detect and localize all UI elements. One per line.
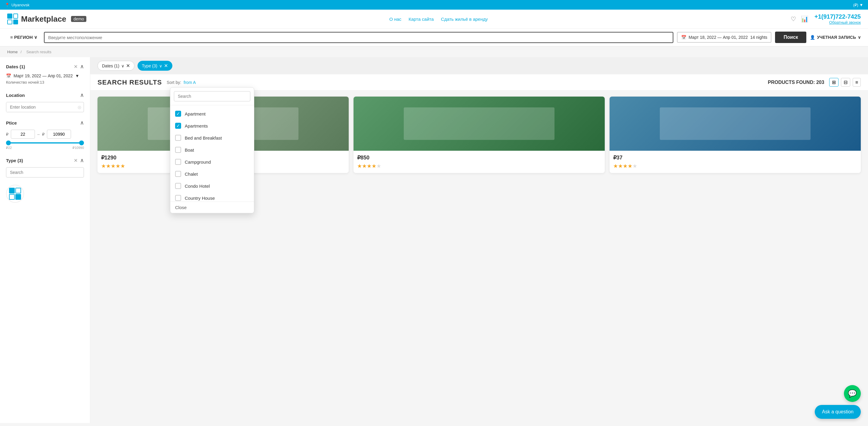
main-search-button[interactable]: Поиск — [775, 32, 806, 43]
search-bar: ≡ РЕГИОН ∨ 📅 Март 18, 2022 — Апр 01, 202… — [0, 29, 868, 47]
product-price-2: ₽850 — [357, 154, 601, 161]
dropdown-item-campground[interactable]: Campground — [170, 156, 254, 168]
logo-sq-1 — [7, 13, 12, 19]
dates-filter-title: Dates (1) — [6, 64, 25, 69]
label-apartments: Apartments — [185, 123, 208, 128]
top-bar-right[interactable]: (₽) ▼ — [853, 3, 863, 7]
dropdown-item-country[interactable]: Country House — [170, 192, 254, 202]
label-condo: Condo Hotel — [185, 184, 210, 189]
type-chip[interactable]: Type (3) ∨ ✕ — [137, 61, 173, 71]
date-range-button[interactable]: 📅 Март 18, 2022 — Апр 01, 2022 14 nights — [677, 32, 772, 43]
dates-range-display: 📅 Март 19, 2022 — Апр 01, 2022 ▼ — [6, 73, 84, 78]
nav-rent[interactable]: Сдать жильё в аренду — [441, 17, 488, 22]
top-bar: 📍 Ulyanovsk (₽) ▼ — [0, 0, 868, 10]
dropdown-item-apartment[interactable]: ✓ Apartment — [170, 108, 254, 120]
location-filter-title: Location — [6, 93, 25, 98]
filter-bar: Dates (1) ∨ ✕ Type (3) ∨ ✕ — [90, 57, 868, 74]
callback-link[interactable]: Обратный звонок — [814, 20, 861, 25]
nav-about[interactable]: О нас — [389, 17, 401, 22]
header-right: ♡ 📊 +1(917)722-7425 Обратный звонок — [791, 13, 861, 25]
location-filter-header: Location ∧ — [6, 92, 84, 98]
user-icon: 👤 — [810, 35, 815, 40]
type-filter-section: Type (3) ✕ ∧ — [6, 157, 84, 178]
favorites-icon[interactable]: ♡ — [791, 16, 796, 23]
search-results-title: SEARCH RESULTS — [97, 79, 162, 86]
price-currency-max: ₽ — [42, 132, 44, 136]
grid-view-button[interactable]: ⊞ — [829, 78, 838, 87]
label-chalet: Chalet — [185, 172, 198, 177]
product-stars-3: ★★★★★ — [613, 163, 857, 170]
list-view-button[interactable]: ⊟ — [841, 78, 850, 87]
dropdown-item-bnb[interactable]: Bed and Breakfast — [170, 132, 254, 144]
dates-chip[interactable]: Dates (1) ∨ ✕ — [97, 61, 134, 71]
lines-view-button[interactable]: ≡ — [852, 78, 861, 87]
dates-filter-toggle[interactable]: ∧ — [80, 63, 84, 70]
range-max-label: ₽10990 — [72, 146, 84, 150]
label-bnb: Bed and Breakfast — [185, 135, 222, 141]
top-bar-left: 📍 Ulyanovsk — [5, 3, 30, 7]
dropdown-item-apartments[interactable]: ✓ Apartments — [170, 120, 254, 132]
slider-thumb-left[interactable] — [6, 141, 11, 145]
checkbox-boat[interactable] — [175, 147, 181, 153]
logo-squares — [7, 13, 18, 24]
slider-thumb-right[interactable] — [79, 141, 84, 145]
main-layout: Dates (1) ✕ ∧ 📅 Март 19, 2022 — Апр 01, … — [0, 57, 868, 423]
breadcrumb-home[interactable]: Home — [7, 50, 18, 54]
checkbox-country[interactable] — [175, 195, 181, 201]
logo-sq-2 — [13, 13, 18, 19]
dropdown-close-button[interactable]: Close — [175, 205, 187, 210]
ask-question-button[interactable]: Ask a question — [815, 405, 861, 419]
location-filter-toggle[interactable]: ∧ — [80, 92, 84, 98]
type-filter-clear[interactable]: ✕ — [74, 158, 78, 163]
price-currency-min: ₽ — [6, 132, 8, 136]
dates-filter-clear[interactable]: ✕ — [74, 64, 78, 69]
checkbox-apartments[interactable]: ✓ — [175, 123, 181, 129]
nights-text: 14 nights — [750, 35, 768, 40]
logo-sq-4 — [13, 20, 18, 25]
product-card-2[interactable]: ₽850 ★★★★★ — [353, 97, 605, 173]
checkbox-condo[interactable] — [175, 183, 181, 189]
dropdown-item-chalet[interactable]: Chalet — [170, 168, 254, 180]
location-filter-input-row: ◎ — [6, 102, 84, 112]
checkbox-chalet[interactable] — [175, 171, 181, 177]
price-min-input[interactable] — [11, 130, 35, 139]
phone-number[interactable]: +1(917)722-7425 — [814, 13, 861, 20]
product-price-3: ₽37 — [613, 154, 857, 161]
sort-value[interactable]: from A — [184, 80, 195, 85]
checkbox-apartment[interactable]: ✓ — [175, 111, 181, 117]
view-icons: ⊞ ⊟ ≡ — [829, 78, 861, 87]
type-search-input[interactable] — [6, 167, 84, 178]
currency-selector[interactable]: (₽) ▼ — [853, 3, 863, 7]
checkbox-campground[interactable] — [175, 159, 181, 165]
price-range-slider[interactable] — [6, 142, 84, 144]
price-max-input[interactable] — [47, 130, 71, 139]
label-campground: Campground — [185, 159, 211, 164]
nav-sitemap[interactable]: Карта сайта — [409, 17, 434, 22]
type-chip-chevron: ∨ — [159, 63, 162, 68]
product-card-3[interactable]: ₽37 ★★★★★ — [610, 97, 861, 173]
phone-block: +1(917)722-7425 Обратный звонок — [814, 13, 861, 25]
chat-button[interactable]: 💬 — [844, 385, 861, 402]
calendar-icon: 📅 — [681, 35, 686, 40]
checkbox-bnb[interactable] — [175, 135, 181, 141]
breadcrumb-current: Search results — [27, 50, 52, 54]
type-filter-toggle[interactable]: ∧ — [80, 157, 84, 164]
dates-chip-close[interactable]: ✕ — [126, 63, 130, 69]
type-filter-title: Type (3) — [6, 158, 23, 163]
calendar-icon-small: 📅 — [6, 73, 11, 78]
type-chip-close[interactable]: ✕ — [164, 63, 168, 69]
region-button[interactable]: ≡ РЕГИОН ∨ — [7, 33, 40, 42]
stats-icon[interactable]: 📊 — [801, 16, 808, 23]
sort-row: Sort by: from A — [167, 80, 196, 85]
dropdown-item-boat[interactable]: Boat — [170, 144, 254, 156]
location-filter-input[interactable] — [6, 102, 75, 112]
label-boat: Boat — [185, 147, 194, 153]
location-filter-section: Location ∧ ◎ — [6, 92, 84, 112]
account-button[interactable]: 👤 УЧЕТНАЯ ЗАПИСЬ ∨ — [810, 35, 861, 40]
dropdown-search-input[interactable] — [174, 91, 250, 101]
dropdown-item-condo[interactable]: Condo Hotel — [170, 180, 254, 192]
price-filter-toggle[interactable]: ∧ — [80, 119, 84, 126]
location-search-input[interactable] — [44, 32, 673, 42]
target-icon[interactable]: ◎ — [75, 102, 84, 112]
product-stars-2: ★★★★★ — [357, 163, 601, 170]
